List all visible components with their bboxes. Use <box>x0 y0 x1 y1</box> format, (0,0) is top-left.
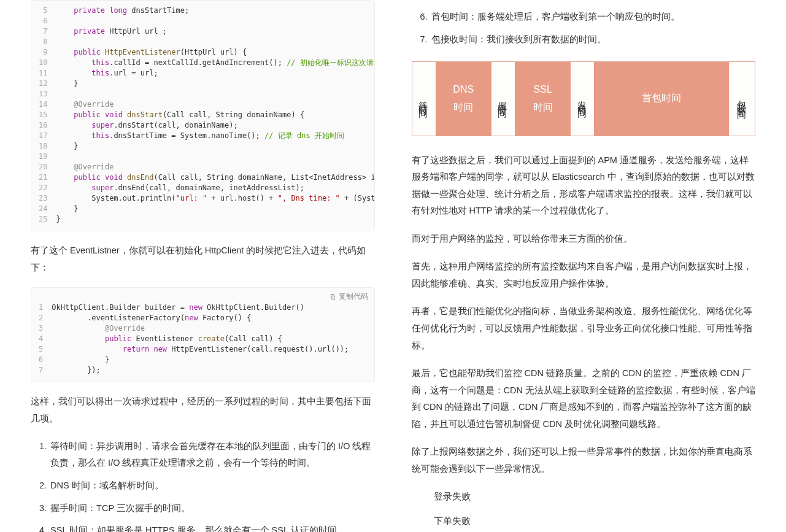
list-item: 下单失败 <box>434 513 756 529</box>
code-line: @Override <box>56 99 374 110</box>
copy-code-button[interactable]: 复制代码 <box>329 291 368 302</box>
code-line <box>56 16 374 26</box>
code-line: }); <box>52 365 374 376</box>
code-line: return new HttpEventListener(call.reques… <box>52 344 374 355</box>
code-line <box>56 37 374 47</box>
para-after-code1: 有了这个 EventListner，你就可以在初始化 HttpClient 的时… <box>31 242 375 276</box>
code-line: } <box>56 79 374 89</box>
timing-diagram: 等待时间DNS时间握手时间SSL时间发送时间首包时间包接收时间 <box>412 61 756 136</box>
para-value-1: 首先，这种用户网络监控的所有监控数据均来自客户端，是用户访问数据实时上报，因此能… <box>412 258 756 292</box>
code-line: public EventListener create(Call call) { <box>52 334 374 344</box>
code-line: OkHttpClient.Builder builder = new OkHtt… <box>52 303 374 313</box>
list-item: 7.包接收时间：我们接收到所有数据的时间。 <box>420 31 756 48</box>
code-line: public void dnsEnd(Call call, String dom… <box>56 172 374 183</box>
diagram-cell: 等待时间 <box>412 62 436 136</box>
list-item: 3.握手时间：TCP 三次握手的时间。 <box>39 500 375 517</box>
list-item: 1.等待时间：异步调用时，请求会首先缓存在本地的队列里面，由专门的 I/O 线程… <box>39 438 375 471</box>
diagram-cell: 发送时间 <box>571 62 594 136</box>
code-line: this.callId = nextCallId.getAndIncrement… <box>56 58 374 68</box>
code-line: super.dnsStart(call, domainName); <box>56 120 374 131</box>
code-line: this.dnsStartTime = System.nanoTime(); /… <box>56 131 374 141</box>
code-line: .eventListenerFactory(new Factory() { <box>52 313 374 323</box>
code-line: } <box>52 355 374 365</box>
code-2-gutter: 1234567 <box>31 303 52 376</box>
para-apm: 有了这些数据之后，我们可以通过上面提到的 APM 通道服务，发送给服务端，这样服… <box>412 152 756 220</box>
code-line: private HttpUrl url ; <box>56 26 374 37</box>
code-line <box>56 89 374 99</box>
code-line <box>56 152 374 162</box>
code-line: } <box>56 141 374 152</box>
para-exception-intro: 除了上报网络数据之外，我们还可以上报一些异常事件的数据，比如你的垂直电商系统可能… <box>412 444 756 477</box>
diagram-cell: 首包时间 <box>594 62 729 136</box>
diagram-cell: 握手时间 <box>491 62 515 136</box>
timing-list: 1.等待时间：异步调用时，请求会首先缓存在本地的队列里面，由专门的 I/O 线程… <box>31 438 375 532</box>
code-line: private long dnsStartTime; <box>56 6 374 16</box>
diagram-cell: SSL时间 <box>515 62 571 136</box>
code-block-1: 5678910111213141516171819202122232425 pr… <box>31 0 375 231</box>
list-item: 登录失败 <box>434 488 756 504</box>
para-value-3: 最后，它也能帮助我们监控 CDN 链路质量。之前的 CDN 的监控，严重依赖 C… <box>412 365 756 433</box>
timing-list-cont: 6.首包时间：服务端处理后，客户端收到第一个响应包的时间。7.包接收时间：我们接… <box>412 9 756 48</box>
code-block-2: 复制代码 1234567 OkHttpClient.Builder builde… <box>31 287 375 382</box>
code-line: @Override <box>52 323 374 334</box>
code-line: public void dnsStart(Call call, String d… <box>56 110 374 120</box>
code-1-lines: private long dnsStartTime; private HttpU… <box>56 6 374 225</box>
code-line: public HttpEventListener(HttpUrl url) { <box>56 47 374 58</box>
code-1-gutter: 5678910111213141516171819202122232425 <box>31 6 56 225</box>
right-column: 6.首包时间：服务端处理后，客户端收到第一个响应包的时间。7.包接收时间：我们接… <box>393 0 765 532</box>
para-value-2: 再者，它是我们性能优化的指向标，当做业务架构改造、服务性能优化、网络优化等任何优… <box>412 303 756 354</box>
copy-label: 复制代码 <box>339 291 368 302</box>
code-2-lines: OkHttpClient.Builder builder = new OkHtt… <box>52 303 374 376</box>
diagram-cell: DNS时间 <box>436 62 491 136</box>
code-line: this.url = url; <box>56 68 374 79</box>
code-line: } <box>56 214 374 225</box>
left-column: 5678910111213141516171819202122232425 pr… <box>21 0 393 532</box>
diagram-cell: 包接收时间 <box>729 62 755 136</box>
copy-icon <box>329 293 336 301</box>
para-after-code2: 这样，我们可以得出一次请求过程中，经历的一系列过程的时间，其中主要包括下面几项。 <box>31 393 375 427</box>
code-line: super.dnsEnd(call, domainName, inetAddre… <box>56 183 374 193</box>
list-item: 6.首包时间：服务端处理后，客户端收到第一个响应包的时间。 <box>420 9 756 25</box>
para-value-intro: 而对于用户网络的监控，可以给你带来三方面的价值。 <box>412 231 756 248</box>
list-item: 4.SSL 时间：如果服务是 HTTPS 服务，那么就会有一个 SSL 认证的时… <box>39 522 375 532</box>
code-line: System.out.println("url: " + url.host() … <box>56 193 374 204</box>
code-line: @Override <box>56 162 374 172</box>
code-line: } <box>56 204 374 214</box>
exception-list: 登录失败下单失败浏览商品信息失败 <box>434 488 756 532</box>
list-item: 2.DNS 时间：域名解析时间。 <box>39 477 375 494</box>
